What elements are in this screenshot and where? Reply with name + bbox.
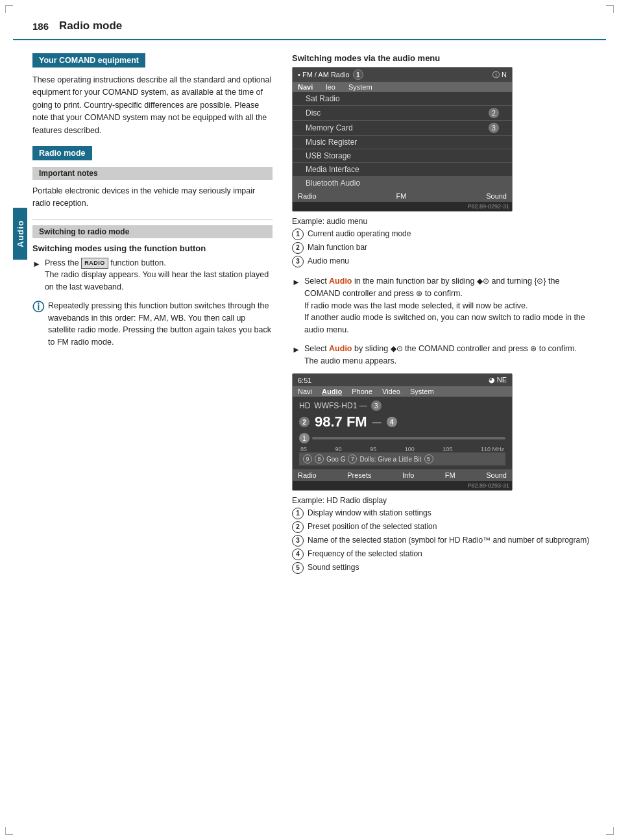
press-sym-1: ⊛ bbox=[416, 289, 422, 298]
hd-caption-num-5: 5 bbox=[292, 562, 304, 574]
caption-num-2: 2 bbox=[292, 242, 304, 254]
bullet-info-waveband: ⓘ Repeatedly pressing this function butt… bbox=[32, 300, 273, 349]
hd-code: P82.89-0293-31 bbox=[293, 481, 512, 490]
right-column: Switching modes via the audio menu • FM … bbox=[285, 47, 606, 588]
audio-menu-items: Sat Radio Disc 2 Memory Card 3 Music Reg… bbox=[293, 92, 512, 190]
switching-function-title: Switching modes using the function butto… bbox=[32, 243, 273, 253]
hd-caption-num-2: 2 bbox=[292, 521, 304, 533]
scale-100: 100 bbox=[405, 446, 415, 452]
corner-mark-tr bbox=[606, 5, 614, 13]
bottom-fm: FM bbox=[396, 192, 407, 200]
press-sym-2: ⊛ bbox=[530, 344, 537, 353]
audio-highlight-2: Audio bbox=[329, 344, 352, 353]
menu-code: P82.89-0292-31 bbox=[293, 202, 512, 211]
hd-scale-labels: 85 90 95 100 105 110 MHz bbox=[299, 446, 505, 452]
instruction-2: ► Select Audio by sliding ◆⊙ the COMAND … bbox=[292, 343, 593, 367]
hd-nav-phone: Phone bbox=[352, 388, 372, 395]
comand-body: These operating instructions describe al… bbox=[32, 74, 273, 137]
hd-freq-row: 2 98.7 FM — 4 bbox=[299, 414, 505, 430]
hd-nav-bar: Navi Audio Phone Video System bbox=[293, 386, 512, 397]
caption-item-1: 1 Current audio operating mode bbox=[292, 229, 593, 240]
radio-mode-header: Radio mode bbox=[32, 146, 92, 160]
important-notes-header: Important notes bbox=[32, 167, 273, 180]
hd-bottom-presets: Presets bbox=[347, 471, 371, 479]
radio-button-label: RADIO bbox=[81, 258, 108, 269]
hd-badge-9: 9 bbox=[303, 454, 312, 463]
hd-caption-text-5: Sound settings bbox=[308, 562, 359, 573]
caption-text-1: Current audio operating mode bbox=[308, 229, 411, 240]
bullet1-content: Press the RADIO function button. The rad… bbox=[45, 257, 273, 293]
hd-nav-video: Video bbox=[382, 388, 400, 395]
hd-badge-4: 4 bbox=[387, 417, 397, 427]
hd-bottom-info: Info bbox=[402, 471, 414, 479]
hd-caption-num-1: 1 bbox=[292, 508, 304, 519]
slide-sym-1: ◆⊙ bbox=[477, 277, 489, 286]
caption-text-2: Main function bar bbox=[308, 242, 367, 253]
page-title: Radio mode bbox=[59, 19, 122, 32]
caption-text-3: Audio menu bbox=[308, 256, 349, 267]
caption-item-2: 2 Main function bar bbox=[292, 242, 593, 254]
info-icon: ⓘ bbox=[32, 299, 44, 316]
hd-badge-3: 3 bbox=[371, 401, 382, 411]
menu-item-usb: USB Storage bbox=[293, 149, 512, 163]
audio-menu-caption: Example: audio menu bbox=[292, 217, 593, 226]
corner-mark-bl bbox=[5, 827, 13, 835]
nav-system: System bbox=[348, 83, 372, 91]
hd-freq-text: 98.7 FM bbox=[315, 414, 367, 430]
hd-bottom-bar: Radio Presets Info FM Sound bbox=[293, 469, 512, 481]
main-content: Your COMAND equipment These operating in… bbox=[13, 40, 606, 588]
hd-caption-text-3: Name of the selected station (symbol for… bbox=[308, 535, 589, 546]
audio-menu-image: • FM / AM Radio 1 ⓘ N Navi leo System Sa… bbox=[292, 67, 513, 212]
menu-item-sat-radio: Sat Radio bbox=[293, 92, 512, 106]
bottom-radio: Radio bbox=[298, 192, 317, 200]
menu-nav-bar: Navi leo System bbox=[293, 82, 512, 92]
hd-top-bar: 6:51 ◕ NE bbox=[293, 374, 512, 386]
scale-95: 95 bbox=[370, 446, 376, 452]
badge-3: 3 bbox=[489, 123, 499, 133]
hd-caption-item-3: 3 Name of the selected station (symbol f… bbox=[292, 535, 593, 547]
hd-ne-icon: ◕ NE bbox=[489, 376, 507, 384]
comand-header: Your COMAND equipment bbox=[32, 53, 145, 68]
menu-item-bluetooth: Bluetooth Audio bbox=[293, 177, 512, 190]
switching-radio-header: Switching to radio mode bbox=[32, 225, 273, 238]
hd-bottom-sound: Sound bbox=[486, 471, 507, 479]
turn-sym-1: {⊙} bbox=[534, 277, 546, 286]
hd-nav-system: System bbox=[410, 388, 434, 395]
hd-caption-text-4: Frequency of the selected station bbox=[308, 549, 422, 560]
instruction-1: ► Select Audio in the main function bar … bbox=[292, 275, 593, 336]
left-column: Your COMAND equipment These operating in… bbox=[13, 47, 285, 588]
hd-badge1-row: 1 bbox=[299, 433, 505, 443]
hd-caption-num-3: 3 bbox=[292, 535, 304, 547]
scale-90: 90 bbox=[335, 446, 342, 452]
hd-caption-num-4: 4 bbox=[292, 549, 304, 560]
hd-caption-text-1: Display window with station settings bbox=[308, 508, 431, 519]
caption-num-1: 1 bbox=[292, 229, 304, 240]
caption-num-3: 3 bbox=[292, 256, 304, 267]
nav-leo: leo bbox=[326, 83, 335, 91]
n-icon: ⓘ N bbox=[492, 70, 507, 80]
hd-main: HD WWFS-HD1 — 3 2 98.7 FM — 4 1 85 9 bbox=[293, 397, 512, 469]
hd-caption-text-2: Preset position of the selected station bbox=[308, 521, 437, 532]
nav-navi: Navi bbox=[298, 83, 313, 91]
slide-sym-2: ◆⊙ bbox=[391, 344, 403, 353]
audio-highlight-1: Audio bbox=[329, 277, 352, 286]
arrow-icon-3: ► bbox=[292, 343, 300, 356]
menu-top-bar: • FM / AM Radio 1 ⓘ N bbox=[293, 68, 512, 82]
hd-song-row: 9 8 Goo G 7 Dolls: Give a Little Bit 5 bbox=[299, 452, 505, 465]
hd-badge-7: 7 bbox=[348, 454, 357, 463]
instruction-2-text: Select Audio by sliding ◆⊙ the COMAND co… bbox=[304, 343, 577, 367]
hd-caption-label: Example: HD Radio display bbox=[292, 496, 593, 505]
hd-badge-1: 1 bbox=[299, 433, 310, 443]
caption-item-3: 3 Audio menu bbox=[292, 256, 593, 267]
hd-nav-audio: Audio bbox=[322, 388, 342, 395]
switching-radio-section: Switching to radio mode Switching modes … bbox=[32, 225, 273, 349]
hd-badge-2: 2 bbox=[299, 417, 310, 427]
hd-station-row: HD WWFS-HD1 — 3 bbox=[299, 401, 505, 411]
fm-text: • FM / AM Radio bbox=[298, 71, 350, 79]
scale-85: 85 bbox=[300, 446, 307, 452]
menu-item-disc: Disc 2 bbox=[293, 106, 512, 121]
hd-radio-image: 6:51 ◕ NE Navi Audio Phone Video System … bbox=[292, 373, 513, 491]
badge-2: 2 bbox=[489, 108, 499, 118]
page-header: 186 Radio mode bbox=[13, 13, 606, 40]
hd-station-name: WWFS-HD1 — bbox=[314, 401, 367, 410]
